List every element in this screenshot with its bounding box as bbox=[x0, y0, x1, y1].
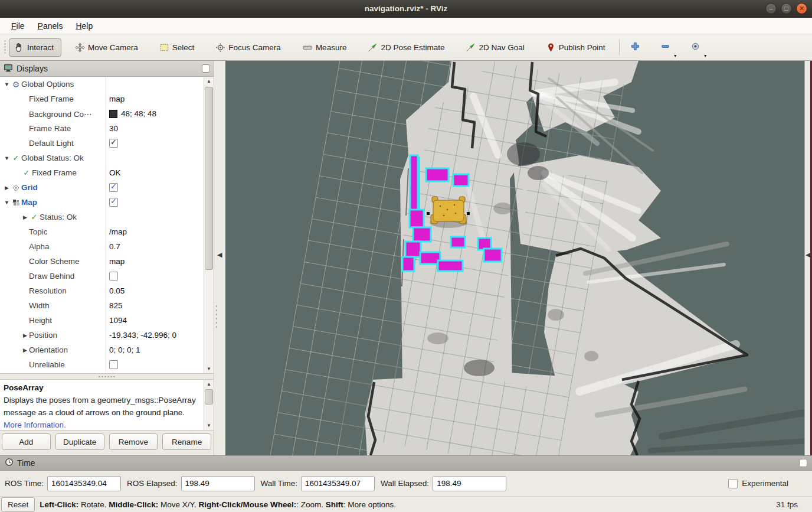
main-splitter[interactable]: ◀ bbox=[214, 61, 225, 455]
remove-button[interactable]: Remove bbox=[109, 433, 158, 450]
remove-tool-button[interactable]: ▼ bbox=[656, 38, 675, 57]
scroll-up-icon[interactable]: ▲ bbox=[204, 380, 214, 389]
scroll-down-icon[interactable]: ▼ bbox=[204, 421, 214, 430]
tree-row-global-options[interactable]: ▼⚙Global Options bbox=[0, 77, 204, 92]
more-information-link[interactable]: More Information. bbox=[4, 420, 66, 429]
duplicate-button[interactable]: Duplicate bbox=[55, 433, 104, 450]
tool-move-camera[interactable]: Move Camera bbox=[70, 38, 146, 57]
tool-2d-pose-estimate[interactable]: 2D Pose Estimate bbox=[362, 38, 452, 57]
window-title: navigation.rviz* - RViz bbox=[0, 4, 812, 13]
scroll-down-icon[interactable]: ▼ bbox=[204, 364, 214, 373]
wall-elapsed-input[interactable] bbox=[433, 476, 506, 491]
3d-viewport[interactable] bbox=[225, 61, 804, 455]
tree-row-fixed-frame[interactable]: ▶Fixed Framemap bbox=[0, 92, 204, 106]
tree-row-fixed-frame[interactable]: ✓Fixed FrameOK bbox=[0, 165, 204, 180]
displays-float-button[interactable] bbox=[202, 64, 210, 73]
tree-value: 0; 0; 0; 1 bbox=[106, 345, 204, 354]
map-pin-icon bbox=[546, 43, 556, 53]
tool-properties-button[interactable]: ▼ bbox=[686, 38, 705, 57]
displays-panel-header[interactable]: Displays bbox=[0, 61, 214, 77]
expander-down-icon[interactable]: ▼ bbox=[3, 200, 11, 206]
tree-row-width[interactable]: ▶Width825 bbox=[0, 298, 204, 313]
tree-row-background-co[interactable]: ▶Background Co⋯48; 48; 48 bbox=[0, 106, 204, 121]
expander-right-icon[interactable]: ▶ bbox=[3, 185, 11, 191]
wall-time-input[interactable] bbox=[301, 476, 375, 491]
clock-icon bbox=[5, 458, 14, 468]
checkbox[interactable] bbox=[109, 272, 118, 281]
tree-row-draw-behind[interactable]: ▶Draw Behind bbox=[0, 269, 204, 283]
green-arrow-icon bbox=[368, 43, 378, 53]
checkbox[interactable]: ✓ bbox=[109, 183, 118, 192]
tool-measure[interactable]: Measure bbox=[297, 38, 355, 57]
checkbox[interactable]: ✓ bbox=[109, 139, 118, 148]
tree-row-map[interactable]: ▼Map✓ bbox=[0, 195, 204, 210]
tool-interact[interactable]: Interact bbox=[9, 38, 61, 57]
checkbox[interactable]: ✓ bbox=[109, 198, 118, 207]
expander-right-icon[interactable]: ▶ bbox=[21, 332, 29, 338]
tree-row-height[interactable]: ▶Height1094 bbox=[0, 313, 204, 328]
tree-value: ✓ bbox=[106, 139, 204, 148]
expander-right-icon[interactable]: ▶ bbox=[21, 214, 29, 220]
robot-model bbox=[427, 197, 470, 228]
tree-row-default-light[interactable]: ▶Default Light✓ bbox=[0, 136, 204, 151]
tool-publish-point[interactable]: Publish Point bbox=[541, 38, 613, 57]
chevron-down-icon[interactable]: ▼ bbox=[703, 54, 708, 58]
tree-row-status-ok[interactable]: ▶✓Status: Ok bbox=[0, 210, 204, 224]
tree-row-unreliable[interactable]: ▶Unreliable bbox=[0, 357, 204, 372]
tree-row-resolution[interactable]: ▶Resolution0.05 bbox=[0, 283, 204, 298]
panel-splitter[interactable] bbox=[0, 374, 214, 379]
rename-button[interactable]: Rename bbox=[162, 433, 211, 450]
time-panel-header[interactable]: Time bbox=[0, 455, 812, 471]
toolbar-separator bbox=[619, 40, 620, 55]
tree-row-grid[interactable]: ▶Grid✓ bbox=[0, 180, 204, 195]
ros-time-label: ROS Time: bbox=[5, 479, 44, 488]
tree-label: Fixed Frame bbox=[29, 94, 74, 103]
ros-elapsed-input[interactable] bbox=[181, 476, 255, 491]
tree-row-color-scheme[interactable]: ▶Color Schememap bbox=[0, 254, 204, 269]
close-button[interactable]: ✕ bbox=[796, 3, 807, 14]
tree-row-topic[interactable]: ▶Topic/map bbox=[0, 224, 204, 239]
tree-row-global-status-ok[interactable]: ▼✓Global Status: Ok bbox=[0, 151, 204, 165]
expander-right-icon[interactable]: ▶ bbox=[21, 347, 29, 353]
description-scrollbar[interactable]: ▲ ▼ bbox=[204, 380, 214, 430]
color-swatch[interactable] bbox=[109, 110, 117, 118]
tree-value bbox=[106, 272, 204, 281]
checkbox[interactable] bbox=[109, 360, 118, 369]
expander-down-icon[interactable]: ▼ bbox=[3, 81, 11, 87]
tree-value: 30 bbox=[106, 124, 204, 133]
scroll-thumb[interactable] bbox=[205, 87, 213, 270]
tree-value: ✓ bbox=[106, 183, 204, 192]
collapse-right-icon[interactable]: ◀ bbox=[806, 251, 810, 259]
tool-select[interactable]: Select bbox=[154, 38, 202, 57]
menu-file[interactable]: File bbox=[6, 19, 30, 32]
reset-button[interactable]: Reset bbox=[1, 497, 35, 512]
right-panel-strip[interactable]: ◀ bbox=[804, 61, 812, 455]
time-float-button[interactable] bbox=[799, 459, 807, 467]
chevron-down-icon[interactable]: ▼ bbox=[673, 54, 677, 58]
tree-row-alpha[interactable]: ▶Alpha0.7 bbox=[0, 239, 204, 254]
3d-scene bbox=[225, 61, 804, 455]
minimize-button[interactable]: – bbox=[765, 3, 777, 14]
expander-down-icon[interactable]: ▼ bbox=[3, 155, 11, 161]
menu-help[interactable]: Help bbox=[70, 19, 98, 32]
displays-tree: ▼⚙Global Options▶Fixed Framemap▶Backgrou… bbox=[0, 77, 204, 373]
tree-value: /map bbox=[106, 227, 204, 236]
displays-tree-scrollbar[interactable]: ▲ ▼ bbox=[204, 77, 214, 373]
collapse-left-icon[interactable]: ◀ bbox=[217, 251, 222, 259]
toolbar-drag-handle[interactable] bbox=[4, 40, 6, 55]
ros-time-input[interactable] bbox=[47, 476, 121, 491]
maximize-button[interactable]: □ bbox=[781, 3, 792, 14]
experimental-checkbox[interactable] bbox=[728, 479, 738, 488]
tree-row-orientation[interactable]: ▶Orientation0; 0; 0; 1 bbox=[0, 343, 204, 357]
tree-row-position[interactable]: ▶Position-19.343; -42.996; 0 bbox=[0, 328, 204, 343]
tree-value: 0.7 bbox=[106, 242, 204, 251]
menu-panels[interactable]: Panels bbox=[32, 19, 68, 32]
tree-label: Resolution bbox=[29, 286, 67, 295]
scroll-up-icon[interactable]: ▲ bbox=[204, 77, 214, 86]
tree-row-frame-rate[interactable]: ▶Frame Rate30 bbox=[0, 121, 204, 136]
tool-2d-nav-goal[interactable]: 2D Nav Goal bbox=[460, 38, 532, 57]
add-button[interactable]: Add bbox=[2, 433, 51, 450]
scroll-thumb[interactable] bbox=[205, 389, 213, 405]
add-tool-button[interactable] bbox=[626, 38, 645, 57]
tool-focus-camera[interactable]: Focus Camera bbox=[210, 38, 289, 57]
